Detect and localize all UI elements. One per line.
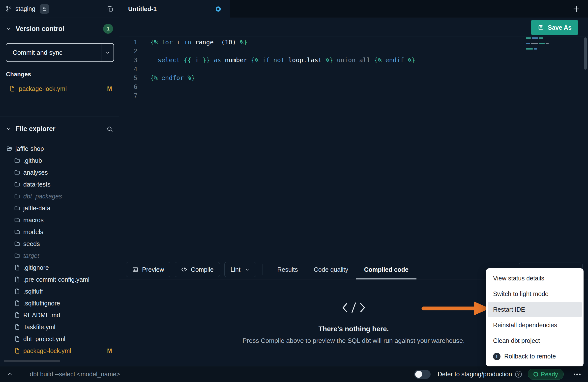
help-icon[interactable]: ? bbox=[515, 371, 522, 378]
annotation-arrow bbox=[419, 299, 493, 318]
commit-and-sync-button[interactable]: Commit and sync bbox=[6, 43, 114, 62]
tree-item-dbt-project-yml[interactable]: dbt_project.yml bbox=[0, 333, 119, 345]
tree-item-pre-commit-config-yaml[interactable]: .pre-commit-config.yaml bbox=[0, 273, 119, 285]
toggle-knob bbox=[415, 371, 422, 378]
new-tab-button[interactable] bbox=[572, 5, 581, 14]
menu-item-label: Restart IDE bbox=[493, 306, 525, 313]
changed-file-package-lock-yml[interactable]: package-lock.ymlM bbox=[0, 83, 119, 95]
tree-item-label: .sqlfluffignore bbox=[23, 300, 60, 307]
tree-item-label: jaffle-data bbox=[23, 205, 50, 212]
code-line-3[interactable]: 3 select {{ i }} as number {% if not loo… bbox=[119, 56, 588, 65]
overflow-menu-button[interactable] bbox=[573, 372, 581, 377]
chevron-down-icon bbox=[6, 26, 11, 31]
tree-item-analyses[interactable]: analyses bbox=[0, 166, 119, 178]
tree-item-gitignore[interactable]: .gitignore bbox=[0, 262, 119, 273]
expand-command-bar-button[interactable] bbox=[7, 371, 13, 377]
code-line-1[interactable]: 1{% for i in range (10) %} bbox=[119, 38, 588, 47]
toolbar-divider bbox=[263, 264, 263, 275]
menu-item-label: Reinstall dependencies bbox=[493, 322, 557, 329]
branch-lock-badge bbox=[40, 4, 49, 14]
menu-item-reinstall-dependencies[interactable]: Reinstall dependencies bbox=[488, 317, 582, 333]
tree-item-label: dbt_project.yml bbox=[23, 335, 65, 343]
tree-item-jaffle-shop[interactable]: jaffle-shop bbox=[0, 143, 119, 155]
folder-icon bbox=[14, 181, 20, 188]
context-menu: View status detailsSwitch to light modeR… bbox=[486, 268, 584, 366]
commit-options-dropdown[interactable] bbox=[101, 44, 114, 61]
status-badge: Ready bbox=[528, 369, 564, 380]
file-search-button[interactable] bbox=[106, 126, 113, 132]
empty-state-title: There's nothing here. bbox=[319, 325, 389, 333]
version-control-title: Version control bbox=[16, 25, 64, 33]
ready-ring-icon bbox=[533, 372, 538, 377]
sidebar-scrollbar[interactable] bbox=[4, 360, 60, 362]
chevron-up-icon bbox=[7, 371, 13, 377]
tree-item-sqlfluffignore[interactable]: .sqlfluffignore bbox=[0, 297, 119, 309]
tree-item-label: .github bbox=[23, 157, 42, 164]
defer-toggle[interactable] bbox=[414, 370, 431, 379]
save-as-button[interactable]: Save As bbox=[531, 20, 578, 35]
editor-header: Save As bbox=[119, 18, 588, 36]
file-icon bbox=[14, 348, 20, 354]
panel-tab-code-quality[interactable]: Code quality bbox=[306, 260, 356, 279]
tree-item-package-lock-yml[interactable]: package-lock.ymlM bbox=[0, 345, 119, 357]
changes-list: package-lock.ymlM bbox=[0, 83, 119, 95]
version-control-section: Version control 1 Commit and sync Change… bbox=[0, 18, 119, 116]
tree-item-seeds[interactable]: seeds bbox=[0, 238, 119, 250]
code-line-6[interactable]: 6 bbox=[119, 82, 588, 91]
panel-tab-results[interactable]: Results bbox=[269, 260, 306, 279]
status-bar-right: Defer to staging/production ? Ready bbox=[414, 369, 581, 380]
lint-dropdown-button[interactable]: Lint bbox=[224, 262, 256, 277]
line-number: 1 bbox=[119, 38, 150, 47]
command-input[interactable]: dbt build --select <model_name> bbox=[30, 371, 120, 378]
file-icon bbox=[14, 288, 20, 295]
file-icon bbox=[9, 85, 15, 92]
menu-item-switch-to-light-mode[interactable]: Switch to light mode bbox=[488, 286, 582, 302]
panel-tabs: ResultsCode qualityCompiled code bbox=[269, 260, 416, 279]
tree-item-target[interactable]: target bbox=[0, 250, 119, 262]
tree-item-macros[interactable]: macros bbox=[0, 214, 119, 226]
tree-item-jaffle-data[interactable]: jaffle-data bbox=[0, 202, 119, 214]
line-number: 6 bbox=[119, 82, 150, 91]
file-explorer-header[interactable]: File explorer bbox=[0, 123, 119, 135]
menu-item-view-status-details[interactable]: View status details bbox=[488, 271, 582, 286]
panel-tab-compiled-code[interactable]: Compiled code bbox=[356, 260, 416, 279]
branch-header[interactable]: staging bbox=[0, 0, 119, 18]
file-tree: jaffle-shop.githubanalysesdata-testsdbt_… bbox=[0, 143, 119, 357]
code-line-7[interactable]: 7 bbox=[119, 91, 588, 100]
folder-icon bbox=[14, 252, 20, 259]
search-icon bbox=[106, 126, 113, 132]
tree-item-readme-md[interactable]: README.md bbox=[0, 309, 119, 321]
tree-item-label: package-lock.yml bbox=[23, 347, 71, 355]
folder-icon bbox=[14, 157, 20, 164]
code-line-4[interactable]: 4 bbox=[119, 65, 588, 74]
editor-scrollbar[interactable] bbox=[584, 37, 587, 70]
compile-button[interactable]: Compile bbox=[175, 262, 220, 277]
code-line-5[interactable]: 5{% endfor %} bbox=[119, 74, 588, 82]
changed-file-name: package-lock.yml bbox=[19, 85, 67, 92]
empty-state-subtitle: Press Compile above to preview the SQL d… bbox=[242, 337, 465, 345]
preview-label: Preview bbox=[142, 266, 164, 273]
tree-item-data-tests[interactable]: data-tests bbox=[0, 178, 119, 190]
tab-untitled-1[interactable]: Untitled-1 bbox=[119, 0, 230, 18]
copy-branch-button[interactable] bbox=[107, 5, 114, 12]
tree-item-github[interactable]: .github bbox=[0, 155, 119, 166]
version-control-header[interactable]: Version control 1 bbox=[0, 23, 119, 35]
tree-item-models[interactable]: models bbox=[0, 226, 119, 238]
code-editor[interactable]: 1{% for i in range (10) %}23 select {{ i… bbox=[119, 36, 588, 260]
file-icon bbox=[14, 300, 20, 306]
minimap[interactable] bbox=[526, 37, 551, 51]
menu-item-restart-ide[interactable]: Restart IDE bbox=[488, 302, 582, 317]
tree-item-label: models bbox=[23, 228, 43, 236]
tree-item-taskfile-yml[interactable]: Taskfile.yml bbox=[0, 321, 119, 333]
preview-button[interactable]: Preview bbox=[126, 262, 170, 277]
defer-label: Defer to staging/production bbox=[438, 371, 512, 378]
copy-icon bbox=[107, 5, 114, 12]
tree-item-dbt-packages[interactable]: dbt_packages bbox=[0, 190, 119, 202]
file-icon bbox=[14, 312, 20, 318]
line-number: 3 bbox=[119, 56, 150, 65]
tree-item-sqlfluff[interactable]: .sqlfluff bbox=[0, 285, 119, 297]
menu-item-clean-dbt-project[interactable]: Clean dbt project bbox=[488, 333, 582, 349]
code-line-2[interactable]: 2 bbox=[119, 47, 588, 56]
menu-item-rollback-to-remote[interactable]: !Rollback to remote bbox=[488, 349, 582, 364]
folder-icon bbox=[14, 193, 20, 199]
